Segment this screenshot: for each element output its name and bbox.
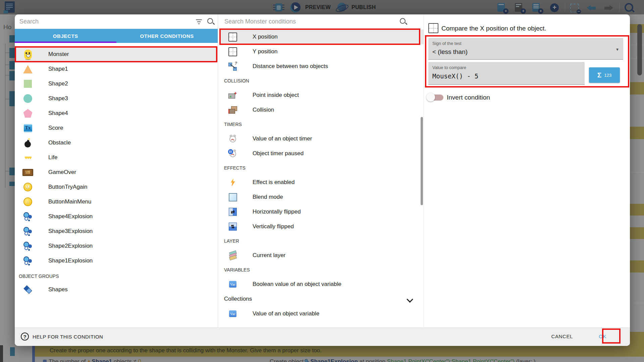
object-item-shape1explosion[interactable]: Shape1Explosion <box>15 253 218 268</box>
object-label: GameOver <box>48 169 76 176</box>
condition-label: Vertically flipped <box>253 223 294 230</box>
condition-item-effect-enabled[interactable]: Effect is enabled <box>220 175 424 190</box>
condition-label: Boolean value of an object variable <box>253 281 341 288</box>
object-label: Shapes <box>48 286 68 293</box>
object-item-shape2explosion[interactable]: Shape2Explosion <box>15 239 218 253</box>
ok-button[interactable]: OK <box>599 334 606 339</box>
condition-item-point-inside[interactable]: ++ Point inside object <box>220 88 424 103</box>
parameters-panel: Compare the X position of the object. Si… <box>424 14 630 328</box>
sign-of-test-value: < (less than) <box>432 48 468 56</box>
object-item-shape3[interactable]: Shape3 <box>15 91 218 106</box>
condition-item-vertically-flipped[interactable]: ⇅ Vertically flipped <box>220 219 424 234</box>
object-item-obstacle[interactable]: Obstacle <box>15 135 218 150</box>
object-item-shapes-group[interactable]: Shapes <box>15 282 218 297</box>
conditions-panel: X position Y position ? Distance between… <box>220 14 424 328</box>
object-label: Shape2Explosion <box>48 243 93 249</box>
condition-item-x-position[interactable]: X position <box>220 29 424 44</box>
conditions-list: X position Y position ? Distance between… <box>220 29 424 321</box>
monster-icon <box>24 50 32 59</box>
condition-section-layer: LAYER <box>220 234 424 248</box>
position-icon <box>428 23 438 33</box>
value-to-compare-value: MouseX() - 5 <box>432 72 478 80</box>
object-label: Shape4Explosion <box>48 213 93 220</box>
help-button[interactable]: ? HELP FOR THIS CONDITION <box>21 333 103 341</box>
tab-other-conditions[interactable]: OTHER CONDITIONS <box>116 29 218 43</box>
flip-horizontal-icon: ⇄ <box>229 208 237 216</box>
text-object-icon: Tx <box>24 124 32 132</box>
position-icon <box>228 33 237 42</box>
particles-icon <box>23 212 33 221</box>
condition-label: Value of an object timer <box>253 135 312 142</box>
object-label: Shape1Explosion <box>48 257 93 264</box>
filter-icon[interactable] <box>196 19 202 24</box>
condition-label: Distance between two objects <box>253 63 328 70</box>
condition-item-distance[interactable]: ? Distance between two objects <box>220 59 424 74</box>
condition-item-collections[interactable]: Collections <box>220 292 424 306</box>
retry-button-icon: ↺ <box>23 183 32 191</box>
object-item-score[interactable]: Tx Score <box>15 121 218 135</box>
condition-label: Horizontally flipped <box>253 208 301 215</box>
position-icon <box>228 47 237 56</box>
sign-of-test-select[interactable]: Sign of the test < (less than) ▾ <box>428 38 623 60</box>
variable-icon: Var <box>229 281 236 288</box>
screen: PREVIEW PUBLISH + + + + − Ho <box>0 0 644 362</box>
chevron-down-icon[interactable] <box>407 296 413 303</box>
object-label: Shape3 <box>48 95 68 102</box>
object-item-buttonmainmenu[interactable]: ⌂ ButtonMainMenu <box>15 194 218 209</box>
conditions-search-row <box>220 14 424 29</box>
object-item-gameover[interactable]: GAME OVER GameOver <box>15 165 218 180</box>
cancel-button[interactable]: CANCEL <box>551 334 573 339</box>
condition-label: Collections <box>224 296 252 302</box>
expression-builder-button[interactable]: Σ 123 <box>589 67 620 83</box>
condition-label: Y position <box>253 48 277 55</box>
invert-condition-label: Invert condition <box>447 94 490 101</box>
condition-item-variable-value[interactable]: Var Value of an object variable <box>220 306 424 321</box>
condition-item-horizontally-flipped[interactable]: ⇄ Horizontally flipped <box>220 204 424 219</box>
object-label: Score <box>48 125 63 131</box>
conditions-search-input[interactable] <box>220 14 424 29</box>
object-item-shape2[interactable]: Shape2 <box>15 76 218 91</box>
condition-item-timer-paused[interactable]: Object timer paused <box>220 146 424 161</box>
condition-item-collision[interactable]: Collision <box>220 103 424 117</box>
condition-label: Blend mode <box>253 194 283 200</box>
condition-item-timer-value[interactable]: Value of an object timer <box>220 131 424 146</box>
circle-icon <box>23 94 32 103</box>
object-label: Shape3Explosion <box>48 228 93 235</box>
objects-search-row <box>15 14 218 29</box>
collision-icon <box>228 106 237 114</box>
tab-label: OBJECTS <box>53 33 78 39</box>
object-label: Obstacle <box>48 139 71 146</box>
objects-list: Monster Shape1 Shape2 Shape3 Shape4 <box>15 43 218 297</box>
condition-section-collision: COLLISION <box>220 74 424 88</box>
panel-divider <box>218 14 218 328</box>
objects-search-input[interactable] <box>15 14 218 29</box>
lightning-icon <box>230 178 236 186</box>
particles-icon <box>23 256 33 265</box>
object-item-shape4explosion[interactable]: Shape4Explosion <box>15 209 218 224</box>
object-item-shape3explosion[interactable]: Shape3Explosion <box>15 224 218 239</box>
object-item-shape1[interactable]: Shape1 <box>15 62 218 76</box>
sigma-badge: 123 <box>604 73 611 78</box>
value-to-compare-field[interactable]: Value to compare MouseX() - 5 <box>428 62 585 85</box>
objects-panel: OBJECTS OTHER CONDITIONS Monster Shape1 <box>15 14 218 328</box>
conditions-scrollbar-thumb[interactable] <box>421 117 423 205</box>
condition-item-y-position[interactable]: Y position <box>220 44 424 59</box>
gameover-icon: GAME OVER <box>22 169 33 176</box>
invert-toggle-knob[interactable] <box>426 93 435 102</box>
condition-label: Value of an object variable <box>253 310 319 317</box>
hearts-icon: ♥♥♥ <box>25 155 31 160</box>
tab-objects[interactable]: OBJECTS <box>15 29 116 43</box>
object-label: ButtonMainMenu <box>48 198 92 205</box>
object-label: Shape2 <box>48 80 68 87</box>
condition-item-boolean-variable[interactable]: Var Boolean value of an object variable <box>220 277 424 292</box>
condition-item-current-layer[interactable]: Current layer <box>220 248 424 263</box>
condition-item-blend-mode[interactable]: Blend mode <box>220 190 424 204</box>
condition-editor-dialog: OBJECTS OTHER CONDITIONS Monster Shape1 <box>15 14 630 346</box>
condition-section-timers: TIMERS <box>220 117 424 131</box>
object-item-buttontryagain[interactable]: ↺ ButtonTryAgain <box>15 180 218 194</box>
object-item-life[interactable]: ♥♥♥ Life <box>15 150 218 165</box>
object-item-shape4[interactable]: Shape4 <box>15 106 218 121</box>
dialog-footer: ? HELP FOR THIS CONDITION CANCEL OK <box>15 327 630 346</box>
object-item-monster[interactable]: Monster <box>15 47 218 62</box>
help-label: HELP FOR THIS CONDITION <box>33 334 103 340</box>
